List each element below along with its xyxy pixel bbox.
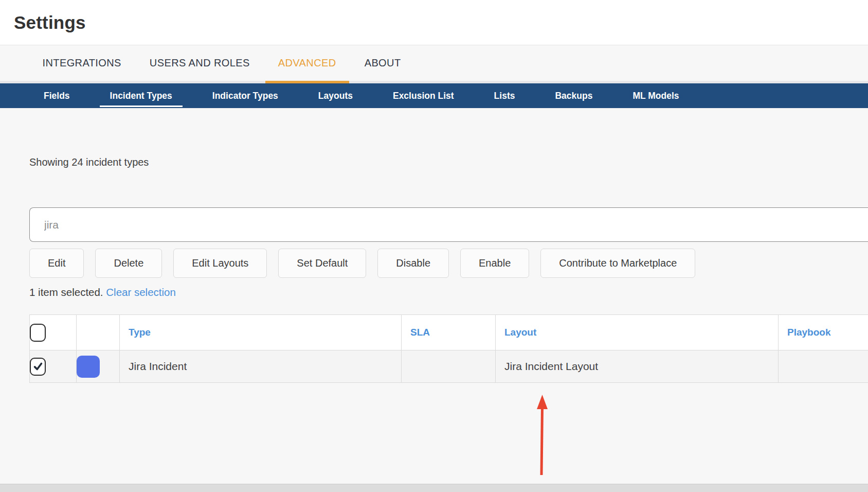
contribute-to-marketplace-button[interactable]: Contribute to Marketplace bbox=[540, 249, 695, 278]
column-header-playbook[interactable]: Playbook bbox=[779, 315, 868, 350]
app-header: Settings bbox=[0, 0, 868, 45]
incident-types-panel: Showing 24 incident types Edit Delete Ed… bbox=[0, 156, 868, 383]
subnav-item-indicator-types[interactable]: Indicator Types bbox=[202, 83, 288, 108]
table-header-row: Type SLA Layout Playbook bbox=[30, 315, 868, 350]
subnav-item-ml-models[interactable]: ML Models bbox=[622, 83, 689, 108]
disable-button[interactable]: Disable bbox=[377, 249, 449, 278]
checkmark-icon bbox=[32, 361, 44, 372]
subnav-item-backups[interactable]: Backups bbox=[545, 83, 603, 108]
column-header-layout[interactable]: Layout bbox=[496, 315, 779, 350]
advanced-subnav: Fields Incident Types Indicator Types La… bbox=[0, 83, 868, 108]
column-header-type[interactable]: Type bbox=[120, 315, 402, 350]
table-row[interactable]: Jira Incident Jira Incident Layout bbox=[30, 350, 868, 383]
row-select-cell bbox=[30, 350, 77, 383]
search-input[interactable] bbox=[29, 207, 868, 242]
annotation-arrow-up bbox=[533, 393, 551, 478]
page-title: Settings bbox=[14, 12, 86, 33]
subnav-item-layouts[interactable]: Layouts bbox=[308, 83, 363, 108]
tab-advanced[interactable]: ADVANCED bbox=[265, 45, 349, 83]
color-column-header bbox=[77, 315, 120, 350]
row-color-cell bbox=[77, 350, 120, 383]
results-summary: Showing 24 incident types bbox=[29, 156, 868, 168]
row-layout-cell: Jira Incident Layout bbox=[496, 350, 779, 383]
select-all-checkbox[interactable] bbox=[30, 324, 46, 342]
row-sla-cell bbox=[402, 350, 496, 383]
clear-selection-link[interactable]: Clear selection bbox=[106, 286, 176, 298]
row-type-cell: Jira Incident bbox=[120, 350, 402, 383]
select-all-cell bbox=[30, 315, 77, 350]
enable-button[interactable]: Enable bbox=[460, 249, 529, 278]
tab-integrations[interactable]: INTEGRATIONS bbox=[30, 45, 134, 83]
selection-count-text: 1 item selected. bbox=[29, 286, 103, 298]
tab-about[interactable]: ABOUT bbox=[352, 45, 414, 83]
selection-status: 1 item selected. Clear selection bbox=[29, 286, 868, 298]
incident-type-color-swatch bbox=[77, 356, 100, 378]
edit-button[interactable]: Edit bbox=[29, 249, 84, 278]
horizontal-scrollbar[interactable] bbox=[0, 484, 868, 492]
incident-types-table: Type SLA Layout Playbook Jira Inci bbox=[29, 314, 868, 383]
subnav-item-incident-types[interactable]: Incident Types bbox=[100, 83, 183, 108]
subnav-item-lists[interactable]: Lists bbox=[484, 83, 526, 108]
tab-users-and-roles[interactable]: USERS AND ROLES bbox=[137, 45, 263, 83]
actions-toolbar: Edit Delete Edit Layouts Set Default Dis… bbox=[29, 249, 868, 278]
row-playbook-cell bbox=[779, 350, 868, 383]
settings-tab-bar: INTEGRATIONS USERS AND ROLES ADVANCED AB… bbox=[0, 45, 868, 83]
delete-button[interactable]: Delete bbox=[95, 249, 162, 278]
subnav-item-fields[interactable]: Fields bbox=[33, 83, 80, 108]
subnav-item-exclusion-list[interactable]: Exclusion List bbox=[383, 83, 464, 108]
column-header-sla[interactable]: SLA bbox=[402, 315, 496, 350]
edit-layouts-button[interactable]: Edit Layouts bbox=[173, 249, 267, 278]
set-default-button[interactable]: Set Default bbox=[278, 249, 366, 278]
row-checkbox-checked[interactable] bbox=[30, 358, 46, 376]
